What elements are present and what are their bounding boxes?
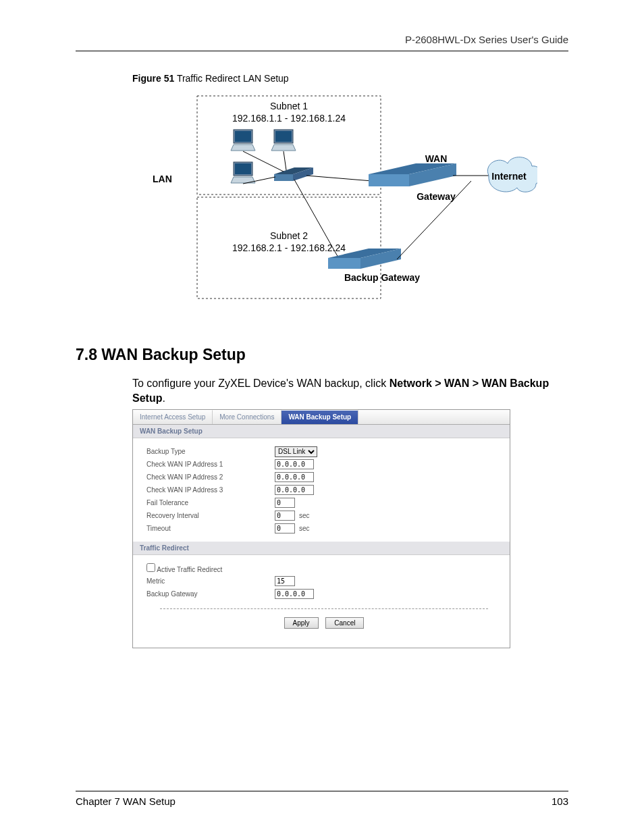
panel-header-wan-backup: WAN Backup Setup <box>133 425 510 438</box>
backup-gateway-label: Backup Gateway <box>344 272 420 283</box>
footer-page-number: 103 <box>552 796 568 807</box>
select-backup-type[interactable]: DSL Link <box>275 446 317 457</box>
pc-icon <box>231 130 255 151</box>
svg-rect-13 <box>369 174 409 186</box>
gateway-label: Gateway <box>417 191 456 202</box>
label-check-ip-3: Check WAN IP Address 3 <box>146 486 275 494</box>
label-backup-type: Backup Type <box>146 448 275 455</box>
panel-body-wan-backup: Backup Type DSL Link Check WAN IP Addres… <box>133 438 510 542</box>
subnet2-range: 192.168.2.1 - 192.168.2.24 <box>232 242 346 253</box>
svg-rect-3 <box>235 131 251 142</box>
page-header-right: P-2608HWL-Dx Series User's Guide <box>76 34 568 51</box>
network-diagram: Subnet 1 192.168.1.1 - 192.168.1.24 Subn… <box>132 89 537 305</box>
label-fail-tolerance: Fail Tolerance <box>146 499 275 506</box>
subnet1-title: Subnet 1 <box>270 101 308 111</box>
suffix-sec-2: sec <box>299 525 310 532</box>
label-metric: Metric <box>146 577 275 585</box>
panel-header-traffic-redirect: Traffic Redirect <box>133 542 510 555</box>
figure-number: Figure 51 <box>132 73 174 84</box>
svg-rect-16 <box>328 258 360 269</box>
internet-label: Internet <box>491 171 527 182</box>
section-heading: 7.8 WAN Backup Setup <box>76 346 568 364</box>
input-metric[interactable] <box>275 576 295 586</box>
label-check-ip-1: Check WAN IP Address 1 <box>146 461 275 468</box>
checkbox-active-traffic-redirect[interactable] <box>146 563 155 572</box>
section-body: To configure your ZyXEL Device's WAN bac… <box>132 376 568 405</box>
label-timeout: Timeout <box>146 525 275 532</box>
wan-label: WAN <box>425 153 448 164</box>
tab-more-connections[interactable]: More Connections <box>213 410 281 424</box>
button-row: Apply Cancel <box>160 608 488 641</box>
label-recovery-interval: Recovery Interval <box>146 512 275 519</box>
header-divider <box>76 51 568 51</box>
panel-body-traffic-redirect: Active Traffic Redirect Metric Backup Ga… <box>133 555 510 648</box>
figure-title: Traffic Redirect LAN Setup <box>174 73 288 84</box>
svg-line-10 <box>284 151 286 170</box>
tab-bar: Internet Access Setup More Connections W… <box>133 410 510 425</box>
input-check-ip-1[interactable] <box>275 459 314 469</box>
svg-rect-5 <box>275 131 292 142</box>
svg-rect-7 <box>235 163 251 174</box>
tab-wan-backup[interactable]: WAN Backup Setup <box>281 410 358 424</box>
footer-chapter: Chapter 7 WAN Setup <box>76 796 176 807</box>
suffix-sec-1: sec <box>299 512 310 519</box>
input-backup-gateway[interactable] <box>275 589 314 599</box>
subnet2-title: Subnet 2 <box>270 230 308 241</box>
body-text-post: . <box>162 392 165 404</box>
gateway-icon <box>369 163 456 186</box>
input-check-ip-2[interactable] <box>275 472 314 482</box>
pc-icon <box>231 162 255 183</box>
label-check-ip-2: Check WAN IP Address 2 <box>146 473 275 481</box>
body-text-pre: To configure your ZyXEL Device's WAN bac… <box>132 377 390 389</box>
tab-internet-access[interactable]: Internet Access Setup <box>133 410 213 424</box>
input-timeout[interactable] <box>275 523 295 533</box>
input-recovery-interval[interactable] <box>275 511 295 521</box>
config-screenshot: Internet Access Setup More Connections W… <box>132 409 510 648</box>
lan-label: LAN <box>153 174 172 184</box>
subnet1-range: 192.168.1.1 - 192.168.1.24 <box>232 113 346 124</box>
page-footer: Chapter 7 WAN Setup 103 <box>76 791 568 807</box>
label-backup-gateway: Backup Gateway <box>146 590 275 598</box>
figure-caption: Figure 51 Traffic Redirect LAN Setup <box>132 73 568 84</box>
input-check-ip-3[interactable] <box>275 485 314 495</box>
label-active-traffic-redirect: Active Traffic Redirect <box>157 566 222 573</box>
svg-rect-8 <box>274 174 293 181</box>
pc-icon <box>271 130 296 151</box>
svg-line-12 <box>306 176 372 181</box>
input-fail-tolerance[interactable] <box>275 498 295 508</box>
apply-button[interactable]: Apply <box>284 617 319 629</box>
cancel-button[interactable]: Cancel <box>325 617 364 629</box>
